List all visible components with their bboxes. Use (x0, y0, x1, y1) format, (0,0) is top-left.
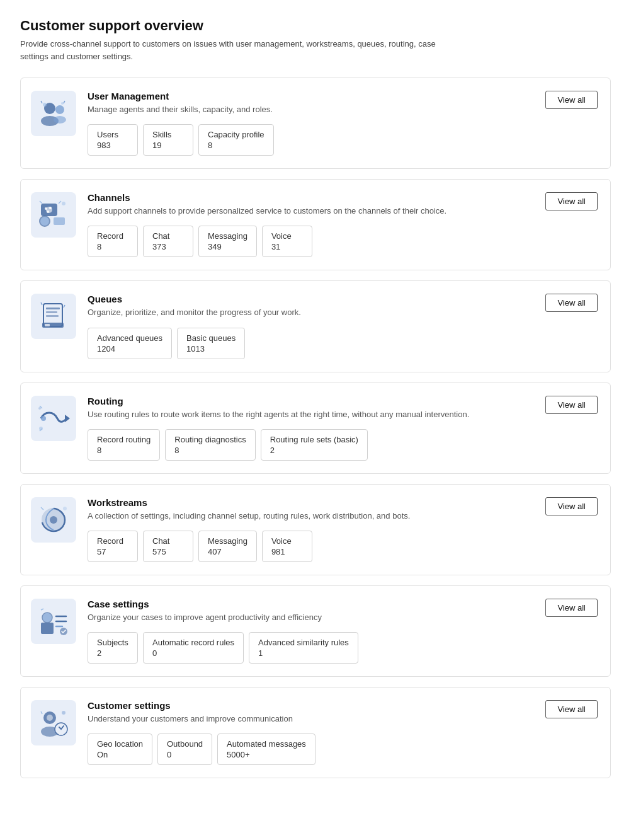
section-card-queues: QueuesOrganize, prioritize, and monitor … (20, 280, 611, 372)
svg-point-10 (47, 210, 49, 213)
routing-stat-value-2: 2 (270, 446, 358, 455)
queues-stat-label-1: Basic queues (186, 333, 236, 343)
customer-settings-stat-1: Outbound0 (157, 734, 212, 765)
svg-rect-16 (46, 311, 57, 313)
case-settings-view-all-button[interactable]: View all (545, 599, 598, 617)
section-card-user-management: User ManagementManage agents and their s… (20, 78, 611, 169)
queues-stat-0: Advanced queues1204 (88, 328, 172, 359)
svg-point-9 (49, 207, 52, 209)
channels-icon (31, 192, 76, 238)
svg-rect-15 (46, 308, 60, 309)
queues-stat-label-0: Advanced queues (97, 333, 162, 343)
svg-point-25 (50, 516, 57, 524)
workstreams-stat-value-2: 407 (208, 547, 247, 556)
customer-settings-description: Understand your customers and improve co… (88, 713, 598, 725)
user-management-stat-value-0: 983 (97, 141, 128, 150)
user-management-stat-2: Capacity profile8 (198, 124, 274, 156)
channels-stat-label-1: Chat (152, 231, 184, 241)
case-settings-stat-value-0: 2 (97, 648, 128, 658)
workstreams-stat-3: Voice981 (262, 531, 312, 562)
queues-stat-value-1: 1013 (186, 344, 236, 354)
workstreams-body: WorkstreamsA collection of settings, inc… (88, 497, 598, 562)
routing-stat-0: Record routing8 (88, 429, 160, 461)
section-card-routing: RoutingUse routing rules to route work i… (20, 383, 611, 474)
workstreams-stat-0: Record57 (88, 531, 138, 562)
svg-point-22 (39, 427, 43, 430)
queues-view-all-button[interactable]: View all (545, 294, 598, 312)
user-management-title: User Management (88, 91, 598, 101)
channels-stat-label-3: Voice (271, 231, 303, 241)
channels-stat-1: Chat373 (143, 226, 193, 257)
user-management-stat-label-1: Skills (152, 130, 184, 139)
user-management-stat-1: Skills19 (143, 124, 193, 156)
channels-stat-label-2: Messaging (208, 231, 247, 241)
routing-stat-value-1: 8 (174, 446, 246, 455)
page-title: Customer support overview (20, 18, 611, 34)
routing-stat-label-1: Routing diagnostics (174, 435, 246, 444)
queues-title: Queues (88, 294, 598, 304)
svg-point-34 (62, 711, 65, 715)
workstreams-view-all-button[interactable]: View all (545, 497, 598, 515)
channels-stat-value-2: 349 (208, 242, 247, 251)
routing-stat-2: Routing rule sets (basic)2 (261, 429, 368, 461)
customer-settings-view-all-button[interactable]: View all (545, 700, 598, 718)
user-management-stat-value-2: 8 (208, 141, 264, 150)
user-management-stat-0: Users983 (88, 124, 138, 156)
workstreams-stat-label-1: Chat (152, 536, 184, 546)
workstreams-stat-label-0: Record (97, 536, 128, 546)
case-settings-stat-0: Subjects2 (88, 632, 138, 664)
svg-marker-20 (65, 415, 70, 422)
case-settings-stat-label-1: Automatic record rules (152, 638, 234, 647)
user-management-icon (31, 91, 76, 136)
svg-point-23 (38, 407, 41, 410)
svg-point-3 (54, 116, 66, 124)
workstreams-stat-value-0: 57 (97, 547, 128, 556)
queues-description: Organize, prioritize, and monitor the pr… (88, 307, 598, 318)
channels-description: Add support channels to provide personal… (88, 205, 598, 217)
user-management-stats-row: Users983Skills19Capacity profile8 (88, 124, 598, 156)
section-card-channels: ChannelsAdd support channels to provide … (20, 179, 611, 270)
case-settings-stats-row: Subjects2Automatic record rules0Advanced… (88, 632, 598, 664)
customer-settings-stat-value-0: On (97, 750, 143, 759)
workstreams-stats-row: Record57Chat575Messaging407Voice981 (88, 531, 598, 562)
customer-settings-stat-value-2: 5000+ (227, 750, 306, 759)
channels-stats-row: Record8Chat373Messaging349Voice31 (88, 226, 598, 257)
routing-stat-label-0: Record routing (97, 435, 151, 444)
case-settings-title: Case settings (88, 599, 598, 609)
case-settings-stat-label-0: Subjects (97, 638, 128, 647)
user-management-view-all-button[interactable]: View all (545, 91, 598, 109)
svg-rect-27 (41, 623, 54, 634)
customer-settings-stat-label-0: Geo location (97, 739, 143, 749)
svg-point-8 (45, 207, 47, 210)
svg-point-2 (55, 105, 64, 114)
page-container: Customer support overview Provide cross-… (0, 0, 631, 840)
section-card-customer-settings: Customer settingsUnderstand your custome… (20, 687, 611, 778)
routing-stat-label-2: Routing rule sets (basic) (270, 435, 358, 444)
routing-view-all-button[interactable]: View all (545, 396, 598, 414)
channels-stat-2: Messaging349 (198, 226, 257, 257)
user-management-stat-label-0: Users (97, 130, 128, 139)
svg-rect-17 (46, 315, 59, 317)
user-management-description: Manage agents and their skills, capacity… (88, 104, 598, 115)
queues-stats-row: Advanced queues1204Basic queues1013 (88, 328, 598, 359)
customer-settings-stat-value-1: 0 (167, 750, 203, 759)
svg-point-5 (61, 102, 64, 105)
page-subtitle: Provide cross-channel support to custome… (20, 38, 461, 62)
routing-icon (31, 396, 76, 441)
user-management-stat-label-2: Capacity profile (208, 130, 264, 139)
svg-point-11 (40, 216, 50, 226)
case-settings-stat-label-2: Advanced similarity rules (258, 638, 349, 647)
section-card-workstreams: WorkstreamsA collection of settings, inc… (20, 484, 611, 575)
workstreams-description: A collection of settings, including chan… (88, 510, 598, 522)
queues-body: QueuesOrganize, prioritize, and monitor … (88, 294, 598, 359)
sections-container: User ManagementManage agents and their s… (20, 78, 611, 778)
workstreams-stat-1: Chat575 (143, 531, 193, 562)
workstreams-stat-value-3: 981 (271, 547, 303, 556)
channels-body: ChannelsAdd support channels to provide … (88, 192, 598, 257)
routing-stats-row: Record routing8Routing diagnostics8Routi… (88, 429, 598, 461)
customer-settings-body: Customer settingsUnderstand your custome… (88, 700, 598, 765)
case-settings-stat-2: Advanced similarity rules1 (249, 632, 358, 664)
workstreams-stat-value-1: 575 (152, 547, 184, 556)
svg-point-28 (42, 613, 52, 623)
channels-view-all-button[interactable]: View all (545, 192, 598, 210)
